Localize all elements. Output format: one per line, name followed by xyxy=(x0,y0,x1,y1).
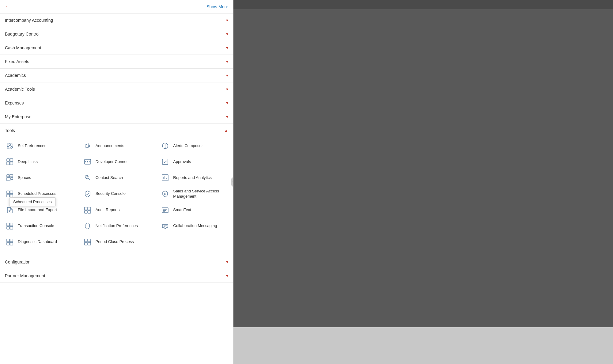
tools-grid: Set Preferences Announcements xyxy=(0,138,233,250)
accordion-item-expenses: Expenses ▾ xyxy=(0,96,233,110)
chevron-icon-academic-tools: ▾ xyxy=(226,87,228,92)
svg-rect-42 xyxy=(10,226,13,229)
svg-rect-40 xyxy=(10,223,13,226)
accordion-item-academic-tools: Academic Tools ▾ xyxy=(0,82,233,96)
tools-section-content: Set Preferences Announcements xyxy=(0,135,233,255)
tool-item-sales-service-access[interactable]: Sales and Service Access Management xyxy=(155,186,233,202)
file-import-icon xyxy=(5,205,15,215)
nav-list: Intercompany Accounting ▾ Budgetary Cont… xyxy=(0,13,233,364)
accordion-label-configuration: Configuration xyxy=(5,260,30,264)
tools-section-title: Tools xyxy=(5,128,15,133)
svg-point-6 xyxy=(165,147,165,147)
chevron-icon-fixed-assets: ▾ xyxy=(226,59,228,64)
accordion-item-intercompany: Intercompany Accounting ▾ xyxy=(0,13,233,27)
scheduled-icon xyxy=(5,189,15,199)
svg-rect-3 xyxy=(7,143,12,148)
tools-section-header[interactable]: Tools ▲ xyxy=(0,124,233,135)
chevron-icon-my-enterprise: ▾ xyxy=(226,114,228,119)
chevron-icon-tools: ▲ xyxy=(224,128,228,133)
svg-rect-4 xyxy=(88,145,89,147)
tool-item-scheduled-processes[interactable]: Scheduled Processes Scheduled Processes xyxy=(0,186,78,202)
svg-rect-31 xyxy=(85,207,87,210)
svg-rect-32 xyxy=(88,207,91,210)
accordion-label-academics: Academics xyxy=(5,73,26,78)
svg-rect-35 xyxy=(162,208,168,213)
svg-rect-16 xyxy=(7,177,10,181)
tool-item-period-close[interactable]: Period Close Process xyxy=(78,234,156,250)
accordion-header-partner-management[interactable]: Partner Management ▾ xyxy=(0,269,233,282)
accordion-header-my-enterprise[interactable]: My Enterprise ▾ xyxy=(0,110,233,123)
svg-rect-27 xyxy=(7,194,9,197)
svg-rect-46 xyxy=(10,239,13,242)
tool-item-audit-reports[interactable]: Audit Reports xyxy=(78,202,156,218)
tool-item-developer-connect[interactable]: Developer Connect xyxy=(78,154,156,170)
chevron-icon-intercompany: ▾ xyxy=(226,18,228,23)
accordion-header-academic-tools[interactable]: Academic Tools ▾ xyxy=(0,82,233,96)
accordion-header-expenses[interactable]: Expenses ▾ xyxy=(0,96,233,110)
chevron-icon-cash: ▾ xyxy=(226,45,228,50)
svg-rect-10 xyxy=(10,162,13,165)
chevron-icon-academics: ▾ xyxy=(226,73,228,78)
tool-item-reports-analytics[interactable]: Reports and Analytics xyxy=(155,170,233,186)
reports-analytics-label: Reports and Analytics xyxy=(173,175,212,180)
chevron-icon-configuration: ▾ xyxy=(226,260,228,264)
transaction-icon xyxy=(5,221,15,231)
deep-links-label: Deep Links xyxy=(18,159,38,165)
svg-rect-7 xyxy=(7,159,9,161)
tool-item-collaboration-messaging[interactable]: Collaboration Messaging xyxy=(155,218,233,234)
tool-item-smarttext[interactable]: SmartText xyxy=(155,202,233,218)
tool-item-contact-search[interactable]: Contact Search xyxy=(78,170,156,186)
tool-item-set-preferences[interactable]: Set Preferences xyxy=(0,138,78,154)
svg-rect-50 xyxy=(88,239,91,242)
accordion-item-configuration: Configuration ▾ xyxy=(0,255,233,269)
audit-icon xyxy=(83,205,93,215)
tool-item-alerts-composer[interactable]: Alerts Composer xyxy=(155,138,233,154)
developer-connect-label: Developer Connect xyxy=(96,159,130,165)
chevron-icon-partner-management: ▾ xyxy=(226,273,228,278)
svg-rect-14 xyxy=(7,175,9,177)
accordion-label-my-enterprise: My Enterprise xyxy=(5,114,31,119)
accordion-header-configuration[interactable]: Configuration ▾ xyxy=(0,255,233,269)
tool-item-diagnostic-dashboard[interactable]: Diagnostic Dashboard xyxy=(0,234,78,250)
back-button[interactable]: ← xyxy=(5,3,11,10)
svg-line-12 xyxy=(87,161,88,163)
chevron-icon-budgetary: ▾ xyxy=(226,32,228,36)
tool-item-deep-links[interactable]: Deep Links xyxy=(0,154,78,170)
accordion-label-fixed-assets: Fixed Assets xyxy=(5,59,29,64)
svg-rect-15 xyxy=(9,175,13,177)
accordion-header-cash[interactable]: Cash Management ▾ xyxy=(0,41,233,55)
tool-item-spaces[interactable]: Spaces xyxy=(0,170,78,186)
accordion-header-budgetary[interactable]: Budgetary Control ▾ xyxy=(0,27,233,41)
period-close-icon xyxy=(83,237,93,247)
deep-links-icon xyxy=(5,157,15,167)
accordion-header-fixed-assets[interactable]: Fixed Assets ▾ xyxy=(0,55,233,68)
tool-item-security-console[interactable]: Security Console xyxy=(78,186,156,202)
tool-item-notification-preferences[interactable]: Notification Preferences xyxy=(78,218,156,234)
scheduled-processes-label: Scheduled Processes xyxy=(18,191,56,196)
tool-item-transaction-console[interactable]: Transaction Console xyxy=(0,218,78,234)
preferences-icon xyxy=(5,141,15,151)
accordion-header-academics[interactable]: Academics ▾ xyxy=(0,69,233,82)
accordion-label-cash: Cash Management xyxy=(5,45,41,50)
accordion-item-my-enterprise: My Enterprise ▾ xyxy=(0,110,233,124)
svg-rect-21 xyxy=(162,175,168,181)
set-preferences-label: Set Preferences xyxy=(18,143,46,149)
resize-handle[interactable] xyxy=(231,177,233,187)
tool-item-file-import-export[interactable]: File Import and Export xyxy=(0,202,78,218)
spaces-icon xyxy=(5,173,15,183)
svg-rect-33 xyxy=(85,210,87,213)
announcements-icon xyxy=(83,141,93,151)
accordion-label-partner-management: Partner Management xyxy=(5,273,45,278)
accordion-label-intercompany: Intercompany Accounting xyxy=(5,18,53,23)
back-icon: ← xyxy=(5,3,11,10)
spaces-label: Spaces xyxy=(18,175,31,180)
tool-item-announcements[interactable]: Announcements xyxy=(78,138,156,154)
show-more-link[interactable]: Show More xyxy=(206,4,228,9)
tool-item-approvals[interactable]: Approvals xyxy=(155,154,233,170)
alerts-icon xyxy=(160,141,170,151)
svg-rect-13 xyxy=(162,159,168,165)
svg-rect-28 xyxy=(10,194,13,197)
svg-rect-9 xyxy=(7,162,9,165)
accordion-header-intercompany[interactable]: Intercompany Accounting ▾ xyxy=(0,13,233,27)
accordion-item-partner-management: Partner Management ▾ xyxy=(0,269,233,283)
